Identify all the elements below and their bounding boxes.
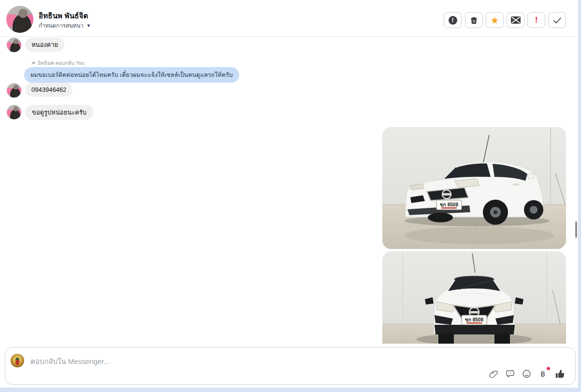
- avatar: [7, 83, 21, 98]
- like-button[interactable]: [554, 368, 565, 379]
- mark-important-button[interactable]: !: [527, 12, 545, 28]
- page-logo-avatar: [11, 354, 24, 367]
- mark-unread-button[interactable]: [507, 12, 524, 28]
- license-plate: ขก 8508: [436, 200, 462, 210]
- incoming-message[interactable]: 0943946462: [25, 83, 73, 97]
- check-icon: [553, 17, 562, 24]
- comment-dots-icon: [506, 369, 515, 378]
- svg-text:ขก 8508: ขก 8508: [465, 317, 483, 322]
- envelope-x-icon: [511, 16, 521, 24]
- attach-button[interactable]: [489, 369, 498, 378]
- conversation-menu-dropdown[interactable]: กำหนดการสนทนา ▼: [39, 21, 91, 30]
- incoming-message[interactable]: หนองคาย: [25, 38, 64, 52]
- attachment-car-photo-1[interactable]: ขก 8508: [382, 127, 566, 249]
- baht-icon: ฿: [540, 369, 545, 378]
- conversation-menu-label: กำหนดการสนทนา: [39, 21, 84, 30]
- conversation-header: อิทธินพ พันธ์จิต กำหนดการสนทนา ▼ ! ★ !: [0, 0, 578, 37]
- contact-name: อิทธินพ พันธ์จิต: [39, 10, 88, 22]
- exclamation-icon: !: [535, 16, 538, 24]
- reply-arrow-icon: [31, 61, 36, 66]
- incoming-message[interactable]: ขอดูรูปหน่อยนะครับ: [25, 105, 93, 120]
- saved-replies-button[interactable]: [505, 369, 515, 378]
- star-icon: ★: [491, 15, 499, 25]
- exclamation-circle-icon: !: [449, 16, 457, 25]
- scrollbar-thumb[interactable]: [575, 221, 577, 238]
- thumbs-up-icon: [555, 369, 565, 379]
- smiley-icon: [522, 369, 531, 378]
- chevron-down-icon: ▼: [87, 23, 91, 28]
- star-button[interactable]: ★: [486, 12, 504, 28]
- reply-indicator: อิทธินพ ตอบกลับ You: [31, 59, 85, 67]
- chat-panel: อิทธินพ พันธ์จิต กำหนดการสนทนา ▼ ! ★ !: [0, 0, 578, 388]
- car-photo-front: ขก 8508: [382, 251, 566, 344]
- delete-button[interactable]: [465, 12, 483, 28]
- report-button[interactable]: !: [444, 12, 462, 28]
- attachment-car-photo-2[interactable]: ขก 8508: [382, 251, 566, 344]
- reply-indicator-label: อิทธินพ ตอบกลับ You: [38, 59, 85, 67]
- reply-input[interactable]: [30, 355, 369, 367]
- emoji-button[interactable]: [522, 369, 531, 378]
- license-plate: ขก 8508: [462, 315, 487, 325]
- quoted-message[interactable]: ผมขอเบอร์ติดต่อหน่อยได้ไหมครับ เดี๋ยวผมจ…: [24, 67, 239, 83]
- paperclip-icon: [489, 369, 498, 378]
- svg-text:ขก 8508: ขก 8508: [440, 202, 458, 207]
- mark-done-button[interactable]: [548, 12, 566, 28]
- composer-toolbar: ฿: [489, 368, 565, 379]
- reply-composer: ฿: [5, 347, 576, 385]
- car-photo-front-quarter: ขก 8508: [382, 127, 566, 249]
- payment-button[interactable]: ฿: [538, 369, 548, 378]
- notification-dot: [546, 366, 551, 371]
- trash-icon: [470, 16, 478, 25]
- avatar: [7, 105, 21, 119]
- avatar: [6, 6, 33, 33]
- avatar: [7, 38, 21, 52]
